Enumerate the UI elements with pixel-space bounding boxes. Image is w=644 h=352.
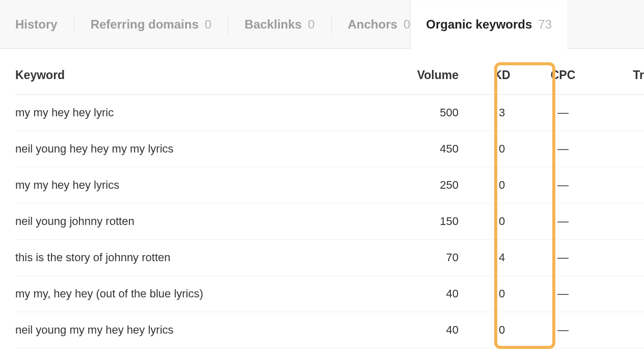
cell-keyword: neil young hey hey my my lyrics (15, 131, 413, 167)
cell-keyword: this is the story of johnny rotten (15, 240, 413, 276)
cell-cpc: — (530, 131, 596, 167)
cell-tr (596, 167, 644, 204)
content-area: Keyword Volume KD CPC Tr my my hey hey l… (0, 49, 644, 348)
cell-keyword: my my, hey hey (out of the blue lyrics) (15, 276, 413, 312)
cell-keyword: my my hey hey lyrics (15, 167, 413, 204)
cell-kd: 4 (474, 240, 530, 276)
cell-keyword: my my hey hey lyric (15, 95, 413, 131)
tab-count: 0 (205, 17, 211, 32)
cell-kd: 0 (474, 312, 530, 348)
table-header-row: Keyword Volume KD CPC Tr (15, 49, 644, 95)
tab-label: Backlinks (245, 17, 302, 32)
table-row[interactable]: my my hey hey lyrics2500— (15, 167, 644, 204)
cell-cpc: — (530, 167, 596, 204)
table-row[interactable]: my my, hey hey (out of the blue lyrics)4… (15, 276, 644, 312)
cell-cpc: — (530, 204, 596, 240)
divider (331, 14, 332, 35)
cell-volume: 250 (413, 167, 474, 204)
cell-cpc: — (530, 240, 596, 276)
tab-backlinks[interactable]: Backlinks 0 (245, 0, 314, 48)
cell-volume: 70 (413, 240, 474, 276)
tab-organic-keywords[interactable]: Organic keywords 73 (410, 1, 567, 49)
col-header-cpc[interactable]: CPC (530, 49, 596, 95)
cell-kd: 0 (474, 167, 530, 204)
col-header-kd[interactable]: KD (474, 49, 530, 95)
col-header-keyword[interactable]: Keyword (15, 49, 413, 95)
divider (74, 14, 74, 35)
cell-tr (596, 276, 644, 312)
cell-kd: 0 (474, 276, 530, 312)
tab-anchors[interactable]: Anchors 0 (348, 0, 411, 48)
tab-label: Organic keywords (426, 17, 532, 32)
table-row[interactable]: my my hey hey lyric5003— (15, 95, 644, 131)
tab-referring-domains[interactable]: Referring domains 0 (91, 0, 211, 48)
table-row[interactable]: neil young johnny rotten1500— (15, 204, 644, 240)
cell-tr (596, 95, 644, 131)
divider (228, 14, 228, 35)
tab-label: History (15, 17, 58, 32)
cell-volume: 40 (413, 312, 474, 348)
cell-keyword: neil young my my hey hey lyrics (15, 312, 413, 348)
tab-count: 73 (538, 17, 552, 32)
keywords-table: Keyword Volume KD CPC Tr my my hey hey l… (15, 49, 644, 348)
table-row[interactable]: neil young my my hey hey lyrics400— (15, 312, 644, 348)
cell-tr (596, 131, 644, 167)
cell-volume: 500 (413, 95, 474, 131)
cell-tr (596, 204, 644, 240)
tab-label: Referring domains (91, 17, 199, 32)
cell-tr (596, 312, 644, 348)
tab-count: 0 (404, 17, 410, 32)
tab-bar: History Referring domains 0 Backlinks 0 … (0, 0, 644, 49)
cell-kd: 0 (474, 131, 530, 167)
col-header-volume[interactable]: Volume (413, 49, 474, 95)
cell-volume: 150 (413, 204, 474, 240)
tab-history[interactable]: History (15, 0, 58, 48)
col-header-tr[interactable]: Tr (596, 49, 644, 95)
tab-count: 0 (308, 17, 314, 32)
cell-kd: 3 (474, 95, 530, 131)
cell-kd: 0 (474, 204, 530, 240)
cell-cpc: — (530, 95, 596, 131)
table-row[interactable]: this is the story of johnny rotten704— (15, 240, 644, 276)
cell-volume: 40 (413, 276, 474, 312)
cell-volume: 450 (413, 131, 474, 167)
tab-label: Anchors (348, 17, 397, 32)
cell-cpc: — (530, 312, 596, 348)
cell-cpc: — (530, 276, 596, 312)
cell-keyword: neil young johnny rotten (15, 204, 413, 240)
cell-tr (596, 240, 644, 276)
table-row[interactable]: neil young hey hey my my lyrics4500— (15, 131, 644, 167)
